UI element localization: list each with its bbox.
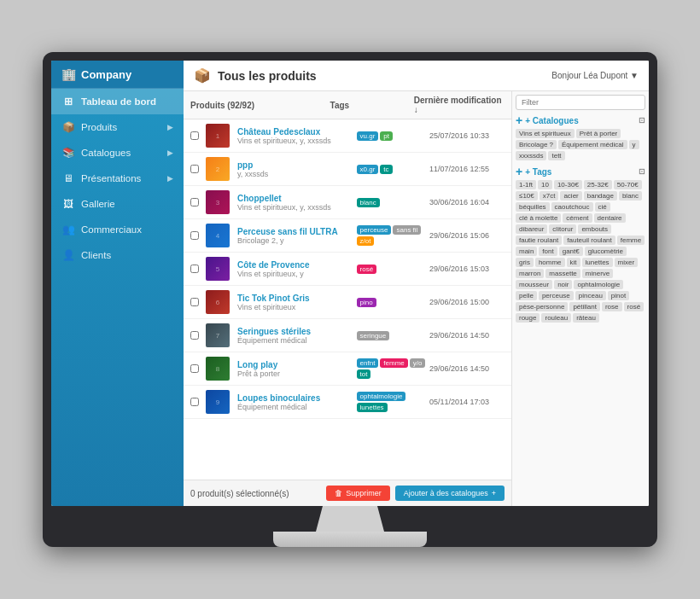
product-name[interactable]: Long play bbox=[237, 360, 353, 369]
catalogues-filter-icon[interactable]: ⊡ bbox=[639, 116, 645, 125]
product-name[interactable]: Loupes binoculaires bbox=[237, 393, 353, 403]
product-tag[interactable]: ophtalmologie bbox=[357, 392, 406, 401]
product-name[interactable]: ppp bbox=[237, 160, 353, 170]
sidebar-item-produits[interactable]: 📦 Produits ▶ bbox=[51, 114, 184, 140]
tag-item[interactable]: 10-30€ bbox=[554, 180, 582, 189]
row-checkbox[interactable] bbox=[190, 364, 199, 373]
tag-item[interactable]: mixer bbox=[615, 258, 639, 267]
product-name[interactable]: Perceuse sans fil ULTRA bbox=[237, 227, 353, 236]
tag-item[interactable]: perceuse bbox=[539, 291, 574, 300]
tag-item[interactable]: rouleau bbox=[541, 313, 571, 323]
sidebar-item-presentations[interactable]: 🖥 Présentations ▶ bbox=[51, 166, 184, 191]
tag-item[interactable]: ophtalmologie bbox=[574, 280, 623, 289]
catalogue-tag[interactable]: Prêt à porter bbox=[576, 129, 621, 138]
catalogues-expand-button[interactable]: + bbox=[516, 114, 522, 126]
tag-item[interactable]: font bbox=[539, 247, 557, 256]
tag-item[interactable]: mousseur bbox=[516, 280, 552, 289]
tag-item[interactable]: pinot bbox=[608, 291, 629, 300]
row-checkbox[interactable] bbox=[190, 165, 199, 173]
tag-item[interactable]: main bbox=[516, 247, 537, 256]
col-date-header[interactable]: Dernière modification ↓ bbox=[414, 96, 505, 114]
row-checkbox[interactable] bbox=[190, 131, 199, 140]
row-checkbox[interactable] bbox=[190, 198, 199, 206]
tag-item[interactable]: gant€ bbox=[559, 247, 583, 256]
tag-item[interactable]: rose bbox=[602, 302, 622, 311]
product-name[interactable]: Côte de Provence bbox=[237, 260, 353, 270]
tag-item[interactable]: cié bbox=[595, 202, 610, 212]
product-name[interactable]: Tic Tok Pinot Gris bbox=[237, 294, 353, 303]
filter-input[interactable] bbox=[516, 95, 645, 110]
tag-item[interactable]: rosé bbox=[624, 302, 645, 311]
tag-item[interactable]: 10 bbox=[538, 180, 552, 189]
product-tag[interactable]: vu.gr bbox=[357, 131, 379, 141]
product-tag[interactable]: z/ot bbox=[357, 236, 375, 246]
tag-item[interactable]: blanc bbox=[619, 191, 642, 201]
tag-item[interactable]: pelle bbox=[516, 291, 537, 300]
tag-item[interactable]: pèse-personne bbox=[516, 302, 568, 311]
product-tag[interactable]: sans fil bbox=[393, 225, 421, 235]
product-tag[interactable]: lunettes bbox=[357, 403, 388, 412]
tag-item[interactable]: bandage bbox=[584, 191, 617, 201]
tag-item[interactable]: rouge bbox=[516, 313, 540, 323]
row-checkbox[interactable] bbox=[190, 265, 199, 273]
tag-item[interactable]: béquilles bbox=[516, 202, 550, 212]
user-greeting[interactable]: Bonjour Léa Dupont ▼ bbox=[551, 71, 639, 80]
tag-item[interactable]: fauteuil roulant bbox=[563, 236, 615, 245]
tags-expand-button[interactable]: + bbox=[516, 166, 522, 177]
catalogue-tag[interactable]: Vins et spiritueux bbox=[516, 129, 575, 138]
tag-item[interactable]: marron bbox=[516, 269, 544, 278]
product-name[interactable]: Château Pedesclaux bbox=[237, 127, 353, 137]
product-name[interactable]: Seringues stériles bbox=[237, 327, 353, 336]
tag-item[interactable]: cément bbox=[563, 213, 592, 223]
sidebar-item-tableau-de-bord[interactable]: ⊞ Tableau de bord bbox=[51, 89, 184, 114]
tag-item[interactable]: pinceau bbox=[575, 291, 606, 300]
product-tag[interactable]: seringue bbox=[357, 331, 390, 340]
product-tag[interactable]: perceuse bbox=[357, 225, 392, 235]
tag-item[interactable]: massette bbox=[545, 269, 580, 278]
sidebar-item-clients[interactable]: 👤 Clients bbox=[51, 242, 184, 268]
delete-button[interactable]: 🗑 Supprimer bbox=[326, 486, 390, 501]
catalogue-tag[interactable]: tett bbox=[548, 151, 564, 160]
product-tag[interactable]: y/o bbox=[410, 358, 426, 368]
tag-item[interactable]: acier bbox=[560, 191, 581, 201]
tag-item[interactable]: dibareur bbox=[516, 224, 547, 234]
row-checkbox[interactable] bbox=[190, 298, 199, 306]
product-tag[interactable]: blanc bbox=[357, 198, 380, 207]
product-tag[interactable]: tc bbox=[380, 165, 392, 174]
tag-item[interactable]: homme bbox=[535, 258, 565, 267]
catalogue-tag[interactable]: Équipement médical bbox=[558, 140, 627, 149]
add-to-catalogues-button[interactable]: Ajouter à des catalogues + bbox=[395, 486, 505, 501]
tag-item[interactable]: glucomètrie bbox=[585, 247, 627, 256]
tag-item[interactable]: lunettes bbox=[582, 258, 613, 267]
product-tag[interactable]: pino bbox=[357, 298, 376, 307]
sidebar-item-gallerie[interactable]: 🖼 Gallerie bbox=[51, 191, 184, 217]
catalogue-tag[interactable]: Bricolage ? bbox=[516, 140, 557, 149]
product-tag[interactable]: femme bbox=[380, 358, 407, 368]
tags-filter-icon[interactable]: ⊡ bbox=[639, 167, 645, 176]
product-tag[interactable]: x0.gr bbox=[357, 165, 379, 174]
tag-item[interactable]: embouts bbox=[578, 224, 611, 234]
sidebar-item-catalogues[interactable]: 📚 Catalogues ▶ bbox=[51, 140, 184, 166]
catalogue-tag[interactable]: xxxssds bbox=[516, 151, 546, 160]
tag-item[interactable]: femme bbox=[617, 236, 645, 245]
product-tag[interactable]: tot bbox=[357, 369, 371, 379]
tag-item[interactable]: minerve bbox=[582, 269, 613, 278]
tag-item[interactable]: râteau bbox=[573, 313, 599, 323]
row-checkbox[interactable] bbox=[190, 331, 199, 340]
product-name[interactable]: Choppellet bbox=[237, 194, 353, 203]
tag-item[interactable]: clitorur bbox=[549, 224, 576, 234]
tag-item[interactable]: caoutchouc bbox=[551, 202, 593, 212]
row-checkbox[interactable] bbox=[190, 398, 199, 406]
product-tag[interactable]: rosé bbox=[357, 265, 377, 274]
tag-item[interactable]: 1-1ft bbox=[516, 180, 536, 189]
tag-item[interactable]: fautie roulant bbox=[516, 236, 562, 245]
tag-item[interactable]: gris bbox=[516, 258, 534, 267]
tag-item[interactable]: ≤10€ bbox=[516, 191, 538, 201]
tag-item[interactable]: 25-32€ bbox=[584, 180, 612, 189]
product-tag[interactable]: enfnt bbox=[357, 358, 379, 368]
tag-item[interactable]: noir bbox=[554, 280, 572, 289]
product-tag[interactable]: pt bbox=[380, 131, 393, 141]
sidebar-item-commerciaux[interactable]: 👥 Commerciaux bbox=[51, 217, 184, 242]
tag-item[interactable]: pétillant bbox=[569, 302, 600, 311]
tag-item[interactable]: dentaire bbox=[594, 213, 626, 223]
